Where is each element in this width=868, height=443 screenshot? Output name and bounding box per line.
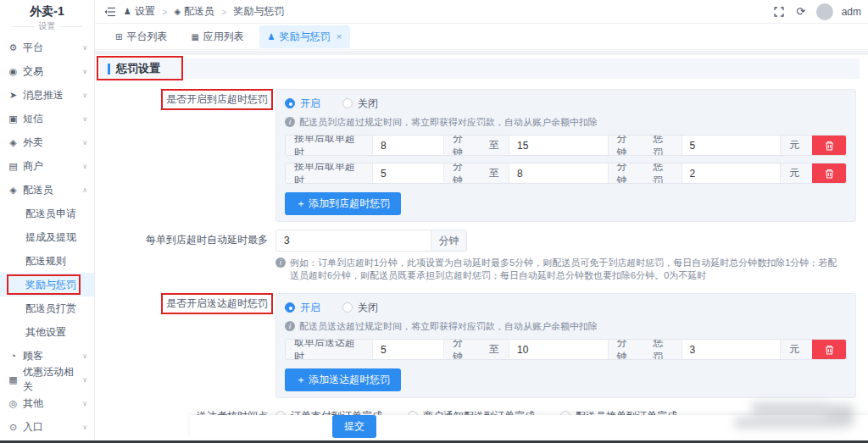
penalty-rule-row: 取单后送达超时 分钟 至 分钟 惩罚 元 [285, 339, 847, 360]
radio-deliver-on[interactable]: 开启 [285, 301, 320, 315]
sidebar-item-reward-punishment[interactable]: 奖励与惩罚 [0, 273, 94, 296]
info-icon: i [285, 117, 295, 127]
rule-label: 接单后取单超时 [286, 163, 373, 183]
radio-icon [342, 98, 353, 108]
to-minutes-input[interactable] [509, 340, 608, 359]
from-minutes-input[interactable] [373, 136, 443, 155]
radio-icon [285, 98, 295, 108]
page-title: 惩罚设置 [116, 61, 160, 76]
radio-icon [285, 302, 295, 313]
penalty-amount-input[interactable] [682, 340, 781, 359]
sidebar-item-label: 短信 [23, 112, 43, 126]
chevron-down-icon: ∨ [82, 139, 87, 147]
trash-icon [825, 345, 834, 355]
unit-to: 至 [481, 163, 509, 183]
sidebar-item-transaction[interactable]: ◉ 交易 ∨ [0, 59, 94, 83]
chevron-down-icon: ∨ [82, 91, 87, 99]
unit-yuan: 元 [780, 136, 812, 155]
sidebar-item-courier-apply[interactable]: 配送员申请 [0, 202, 94, 225]
radio-assess-option-2[interactable]: 商户通知配送到订单完成 [408, 409, 535, 416]
add-arrive-penalty-button[interactable]: ＋ 添加到店超时惩罚 [285, 192, 401, 215]
message-push-icon: ➤ [8, 90, 19, 101]
to-minutes-input[interactable] [509, 163, 608, 183]
sidebar-item-promotions[interactable]: ▦ 优惠活动相关 ∨ [0, 368, 94, 391]
radio-deliver-off[interactable]: 关闭 [342, 301, 378, 315]
tab-reward-punishment[interactable]: ♟ 奖励与惩罚 × [259, 25, 350, 48]
topbar-actions: ⟳ adm [772, 3, 861, 20]
field-label-deliver-toggle: 是否开启送达超时惩罚 [95, 293, 275, 310]
radio-arrive-off[interactable]: 关闭 [342, 97, 378, 111]
refresh-icon[interactable]: ⟳ [794, 5, 808, 19]
tab-platform-list[interactable]: ⊞ 平台列表 [107, 25, 175, 48]
rule-label: 取单后送达超时 [286, 340, 373, 359]
penalty-amount-input[interactable] [682, 136, 781, 155]
avatar[interactable] [816, 3, 833, 20]
tab-app-list[interactable]: ▦ 应用列表 [182, 25, 252, 48]
sidebar-item-customer[interactable]: ◔ 顾客 ∨ [0, 344, 94, 368]
radio-arrive-on[interactable]: 开启 [285, 97, 320, 111]
main-area: ♟ 设置 > ◈ 配送员 > 奖励与惩罚 ⟳ adm [95, 0, 868, 440]
sidebar-item-commission-withdraw[interactable]: 提成及提现 [0, 225, 94, 249]
sidebar-item-other[interactable]: ◎ 其他 ∨ [0, 391, 94, 415]
unit-to: 至 [481, 340, 509, 359]
radio-assess-option-1[interactable]: 订单支付到订单完成 [275, 409, 382, 416]
sidebar-item-label: 优惠活动相关 [23, 365, 78, 394]
unit-minute: 分钟 [608, 163, 645, 183]
sidebar-item-sms[interactable]: ▣ 短信 ∨ [0, 107, 94, 130]
breadcrumb[interactable]: ◈ 配送员 [174, 4, 214, 19]
auto-delay-group: 分钟 [275, 230, 467, 252]
sidebar-item-takeout[interactable]: ◈ 外卖 ∨ [0, 130, 94, 154]
sidebar-item-label: 消息推送 [23, 88, 64, 102]
chevron-down-icon: ∨ [82, 400, 87, 407]
from-minutes-input[interactable] [373, 340, 443, 359]
scooter-icon: ◈ [8, 137, 19, 148]
radio-assess-option-3[interactable]: 配送员接单到订单完成 [560, 409, 677, 416]
sidebar-item-message-push[interactable]: ➤ 消息推送 ∨ [0, 83, 94, 107]
brand-subtitle-label: 设置 [39, 20, 56, 32]
chevron-down-icon: ∨ [82, 424, 87, 431]
content: 惩罚设置 是否开启到店超时惩罚 开启 关闭 [95, 51, 868, 415]
sidebar-item-courier-tip[interactable]: 配送员打赏 [0, 296, 94, 320]
sidebar-item-label: 外卖 [23, 136, 43, 150]
collapse-sidebar-icon[interactable] [103, 5, 117, 19]
sidebar-item-merchant[interactable]: ▤ 商户 ∨ [0, 154, 94, 178]
tab-label: 平台列表 [126, 30, 167, 44]
unit-penalty: 惩罚 [645, 163, 682, 183]
sidebar-item-entrance[interactable]: ⊙ 入口 ∨ [0, 415, 94, 439]
penalty-amount-input[interactable] [682, 163, 781, 183]
delete-row-button[interactable] [812, 163, 846, 183]
entrance-icon: ⊙ [8, 422, 19, 433]
field-label-assess-point: 送达考核时间点 [95, 408, 275, 415]
fullscreen-icon[interactable] [772, 5, 786, 19]
deliver-penalty-panel: 开启 关闭 i 配送员送达超过规定时间，将立即获得对应罚款，自动从账户余额中扣除… [275, 293, 856, 398]
sidebar-subitem-label: 配送员申请 [25, 207, 76, 221]
unit-penalty: 惩罚 [645, 136, 682, 155]
grid-icon: ⊞ [115, 32, 122, 42]
penalty-form: 是否开启到店超时惩罚 开启 关闭 i 配送员到店超过规定 [95, 79, 868, 415]
from-minutes-input[interactable] [373, 163, 443, 183]
close-icon[interactable]: × [337, 31, 342, 42]
delete-row-button[interactable] [812, 340, 846, 359]
unit-minute: 分钟 [431, 230, 466, 251]
breadcrumb[interactable]: ♟ 设置 [124, 4, 155, 19]
breadcrumb-item: 配送员 [184, 4, 214, 19]
merchant-icon: ▤ [8, 161, 19, 172]
brand-title: 外卖-1 [0, 0, 94, 19]
section-title-bar: 惩罚设置 [100, 58, 860, 79]
sms-icon: ▣ [8, 114, 19, 125]
unit-minute: 分钟 [608, 340, 645, 359]
submit-button[interactable]: 提交 [332, 415, 376, 438]
sidebar-item-other-settings[interactable]: 其他设置 [0, 320, 94, 344]
sidebar-item-platform[interactable]: ⚙ 平台 ∨ [0, 36, 94, 59]
auto-delay-input[interactable] [276, 230, 431, 251]
breadcrumb: 奖励与惩罚 [234, 4, 285, 19]
chevron-up-icon: ∧ [82, 186, 87, 194]
sidebar-item-delivery-rules[interactable]: 配送规则 [0, 249, 94, 273]
delete-row-button[interactable] [812, 136, 846, 155]
info-icon: i [285, 321, 295, 331]
breadcrumb-item: 奖励与惩罚 [234, 4, 285, 19]
add-deliver-penalty-button[interactable]: ＋ 添加送达超时惩罚 [285, 368, 401, 391]
sidebar-item-courier[interactable]: ◈ 配送员 ∧ [0, 178, 94, 202]
to-minutes-input[interactable] [509, 136, 608, 155]
chevron-down-icon: ∨ [82, 68, 87, 75]
